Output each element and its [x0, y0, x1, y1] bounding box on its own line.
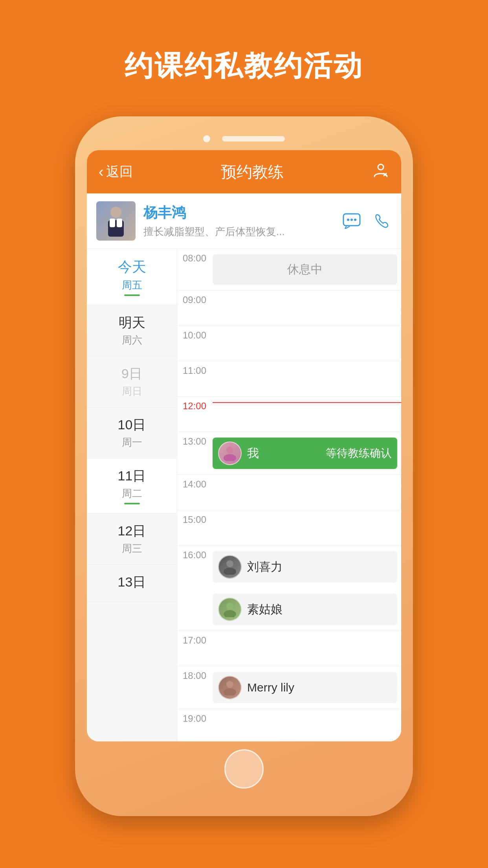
timeslot-1300: 13:00 我 等待教练确认 — [177, 432, 401, 475]
time-1300: 13:00 — [177, 432, 213, 447]
day-label-13: 13日 — [118, 573, 146, 591]
header-title: 预约教练 — [133, 161, 372, 183]
settings-icon[interactable] — [372, 162, 389, 182]
slot-content-1100 — [213, 361, 401, 369]
chat-button[interactable] — [341, 211, 362, 231]
main-content: 今天 周五 明天 周六 9日 周日 10日 周一 11日 — [87, 249, 401, 741]
slot-content-1700 — [213, 631, 401, 639]
time-1600: 16:00 — [177, 546, 213, 588]
time-1700: 17:00 — [177, 631, 213, 646]
timeslot-1700: 17:00 — [177, 631, 401, 666]
timeslot-1400: 14:00 — [177, 475, 401, 510]
slot-content-1000 — [213, 326, 401, 334]
booking-merry-name: Merry lily — [247, 681, 392, 694]
schedule-area: 08:00 休息中 09:00 10:00 11:00 — [177, 249, 401, 741]
trainer-info-row: 杨丰鸿 擅长减脂塑型、产后体型恢复... — [87, 193, 401, 249]
booking-liu-name: 刘喜力 — [247, 559, 392, 575]
day-label-tomorrow: 明天 — [119, 314, 145, 332]
svg-rect-3 — [110, 219, 115, 227]
slot-content-1200 — [213, 397, 401, 405]
slot-content-1800: Merry lily — [213, 666, 401, 709]
phone-call-button[interactable] — [371, 211, 392, 231]
current-time-line — [213, 402, 401, 403]
phone-top-bar — [87, 128, 401, 150]
booking-merry[interactable]: Merry lily — [213, 672, 397, 703]
slot-content-1500 — [213, 510, 401, 518]
booking-liu[interactable]: 刘喜力 — [213, 551, 397, 583]
svg-point-12 — [224, 568, 236, 575]
slot-row-su: 16:00 素姑娘 — [177, 588, 401, 631]
header-bar: ‹ 返回 预约教练 — [87, 150, 401, 193]
avatar-merry — [218, 676, 242, 699]
date-item-11[interactable]: 11日 周二 — [87, 458, 177, 513]
weekday-label-11: 周二 — [122, 487, 142, 500]
time-1000: 10:00 — [177, 326, 213, 341]
avatar-liu — [218, 555, 242, 579]
time-1100: 11:00 — [177, 361, 213, 376]
booking-me-status: 等待教练确认 — [326, 446, 392, 461]
date-item-13[interactable]: 13日 — [87, 565, 177, 602]
time-0900: 09:00 — [177, 291, 213, 305]
timeslot-1000: 10:00 — [177, 326, 401, 361]
day-label-10: 10日 — [118, 416, 146, 434]
date-item-12[interactable]: 12日 周三 — [87, 513, 177, 565]
weekday-label-10: 周一 — [122, 436, 142, 449]
svg-point-9 — [226, 447, 233, 454]
day-label-12: 12日 — [118, 522, 146, 540]
phone-screen: ‹ 返回 预约教练 — [87, 150, 401, 741]
time-1500: 15:00 — [177, 510, 213, 525]
svg-point-0 — [378, 164, 383, 170]
slot-row-liu: 16:00 刘喜力 — [177, 546, 401, 588]
timeslot-0800: 08:00 休息中 — [177, 249, 401, 291]
timeslot-1200: 12:00 — [177, 397, 401, 432]
today-underline — [124, 294, 140, 296]
timeslot-1600: 16:00 刘喜力 — [177, 546, 401, 631]
date-item-9[interactable]: 9日 周日 — [87, 356, 177, 407]
weekday-label-12: 周三 — [122, 542, 142, 555]
svg-point-16 — [224, 688, 236, 695]
svg-point-6 — [347, 219, 349, 221]
slot-content-1600a: 刘喜力 — [213, 546, 401, 588]
date-item-tomorrow[interactable]: 明天 周六 — [87, 305, 177, 356]
trainer-actions — [341, 211, 392, 231]
svg-point-14 — [224, 610, 236, 617]
weekday-label-tomorrow: 周六 — [122, 333, 142, 347]
camera-dot — [203, 135, 210, 142]
slot-content-1900 — [213, 709, 401, 717]
timeslot-1500: 15:00 — [177, 510, 401, 546]
back-chevron-icon: ‹ — [99, 164, 104, 180]
time-0800: 08:00 — [177, 249, 213, 264]
phone-speaker — [222, 136, 285, 142]
day-label-today: 今天 — [118, 257, 146, 277]
date-item-today[interactable]: 今天 周五 — [87, 249, 177, 305]
time-1900: 19:00 — [177, 709, 213, 724]
page-title: 约课约私教约活动 — [125, 47, 363, 85]
weekday-label-9: 周日 — [122, 384, 142, 398]
svg-point-7 — [350, 219, 353, 221]
time-1800: 18:00 — [177, 666, 213, 681]
active-underline-11 — [124, 503, 140, 504]
svg-point-15 — [226, 681, 233, 688]
trainer-name: 杨丰鸿 — [143, 203, 341, 223]
svg-point-10 — [224, 454, 236, 461]
day-label-9: 9日 — [121, 365, 142, 383]
booking-su[interactable]: 素姑娘 — [213, 594, 397, 625]
svg-point-11 — [226, 560, 233, 567]
phone-bottom — [87, 741, 401, 793]
svg-rect-4 — [117, 219, 122, 227]
date-item-10[interactable]: 10日 周一 — [87, 407, 177, 458]
trainer-description: 擅长减脂塑型、产后体型恢复... — [143, 225, 341, 239]
time-1400: 14:00 — [177, 475, 213, 490]
timeslot-1100: 11:00 — [177, 361, 401, 397]
avatar-su — [218, 598, 242, 621]
timeslot-1800: 18:00 Merry lily — [177, 666, 401, 709]
slot-content-1600b: 素姑娘 — [213, 588, 401, 631]
time-1200: 12:00 — [177, 397, 213, 412]
svg-point-1 — [110, 207, 121, 218]
trainer-avatar — [96, 201, 136, 241]
booking-me[interactable]: 我 等待教练确认 — [213, 438, 397, 469]
back-button[interactable]: ‹ 返回 — [99, 163, 133, 181]
avatar-me — [218, 441, 242, 465]
home-button[interactable] — [224, 749, 264, 789]
booking-me-name: 我 — [247, 445, 326, 462]
